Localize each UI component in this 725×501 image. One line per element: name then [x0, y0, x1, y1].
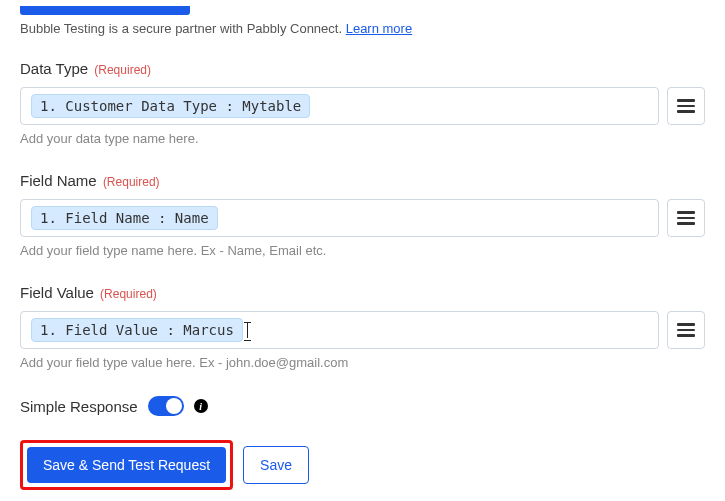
button-row: Save & Send Test Request Save — [20, 440, 705, 490]
field-value-input[interactable]: 1. Field Value : Marcus — [20, 311, 659, 349]
required-tag: (Required) — [103, 175, 160, 189]
info-icon[interactable]: i — [194, 399, 208, 413]
field-name-helper: Add your field type name here. Ex - Name… — [20, 243, 705, 258]
field-value-helper: Add your field type value here. Ex - joh… — [20, 355, 705, 370]
field-value-chip: 1. Field Value : Marcus — [31, 318, 243, 342]
data-type-helper: Add your data type name here. — [20, 131, 705, 146]
field-name-chip: 1. Field Name : Name — [31, 206, 218, 230]
highlight-box: Save & Send Test Request — [20, 440, 233, 490]
field-group-field-value: Field Value (Required) 1. Field Value : … — [20, 284, 705, 370]
text-cursor-icon — [243, 325, 244, 339]
partner-note: Bubble Testing is a secure partner with … — [20, 21, 705, 36]
save-button[interactable]: Save — [243, 446, 309, 484]
data-type-input[interactable]: 1. Customer Data Type : Mytable — [20, 87, 659, 125]
simple-response-toggle[interactable] — [148, 396, 184, 416]
field-name-label-text: Field Name — [20, 172, 97, 189]
hamburger-icon[interactable] — [667, 311, 705, 349]
data-type-label-text: Data Type — [20, 60, 88, 77]
required-tag: (Required) — [100, 287, 157, 301]
hamburger-icon[interactable] — [667, 87, 705, 125]
required-tag: (Required) — [94, 63, 151, 77]
simple-response-row: Simple Response i — [20, 396, 705, 416]
save-send-button[interactable]: Save & Send Test Request — [27, 447, 226, 483]
simple-response-label: Simple Response — [20, 398, 138, 415]
field-value-label-text: Field Value — [20, 284, 94, 301]
learn-more-link[interactable]: Learn more — [346, 21, 412, 36]
partner-note-text: Bubble Testing is a secure partner with … — [20, 21, 346, 36]
data-type-chip: 1. Customer Data Type : Mytable — [31, 94, 310, 118]
field-name-label: Field Name (Required) — [20, 172, 705, 189]
field-group-data-type: Data Type (Required) 1. Customer Data Ty… — [20, 60, 705, 146]
field-name-input[interactable]: 1. Field Name : Name — [20, 199, 659, 237]
hamburger-icon[interactable] — [667, 199, 705, 237]
field-group-field-name: Field Name (Required) 1. Field Name : Na… — [20, 172, 705, 258]
field-value-label: Field Value (Required) — [20, 284, 705, 301]
data-type-label: Data Type (Required) — [20, 60, 705, 77]
blue-strip — [20, 6, 190, 15]
